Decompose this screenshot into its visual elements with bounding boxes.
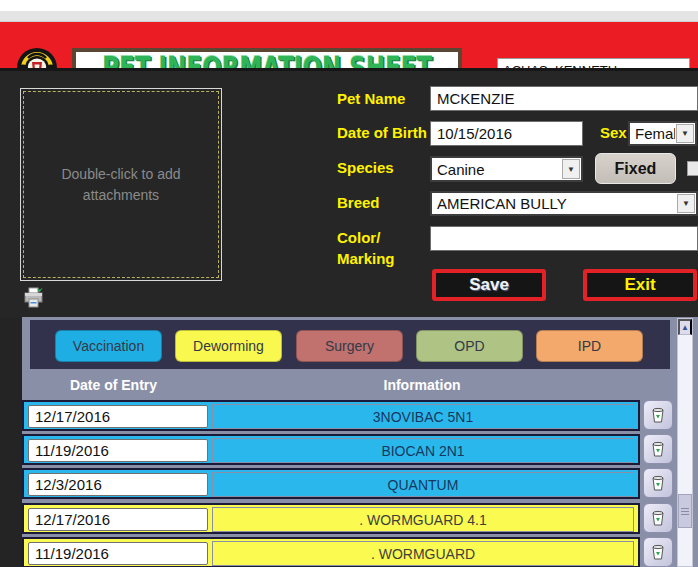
exit-button[interactable]: Exit (583, 269, 697, 301)
species-select[interactable]: Canine ▼ (430, 156, 583, 182)
pet-information-sheet-window: PET INFORMATION SHEET Double-click to ad… (0, 0, 698, 567)
window-chrome-bar (0, 11, 698, 22)
record-info-cell[interactable]: . WORMGUARD 4.1 (212, 507, 634, 532)
column-header-date: Date of Entry (22, 377, 205, 397)
color-marking-label: Color/ Marking (337, 227, 409, 269)
sex-select[interactable]: Female ▼ (628, 121, 697, 146)
trash-icon (650, 474, 666, 492)
record-date-input[interactable] (28, 542, 208, 565)
species-label: Species (337, 159, 394, 176)
delete-record-button[interactable] (643, 537, 673, 567)
dob-input[interactable] (430, 121, 583, 146)
trash-icon (650, 509, 666, 527)
breed-select[interactable]: AMERICAN BULLY ▼ (430, 191, 698, 216)
record-date-input[interactable] (28, 473, 208, 496)
column-header-info: Information (210, 377, 634, 397)
tab-ipd[interactable]: IPD (536, 330, 643, 362)
record-date-input[interactable] (28, 405, 208, 428)
record-row: BIOCAN 2N1 (22, 434, 640, 465)
pet-name-label: Pet Name (337, 90, 405, 107)
scroll-up-arrow-icon[interactable]: ▲ (678, 319, 692, 335)
chevron-down-icon[interactable]: ▼ (677, 194, 695, 213)
fixed-button[interactable]: Fixed (595, 153, 676, 184)
record-row: 3NOVIBAC 5N1 (22, 400, 640, 431)
attachment-dropzone[interactable]: Double-click to add attachments (20, 88, 222, 281)
dob-label: Date of Birth (337, 124, 427, 141)
sex-selected-value: Female (630, 125, 675, 142)
trash-icon (650, 440, 666, 458)
attachment-dropzone-border: Double-click to add attachments (23, 91, 219, 278)
window-top-strip (0, 0, 698, 11)
attachment-placeholder: Double-click to add attachments (46, 164, 196, 205)
tab-deworming[interactable]: Deworming (175, 330, 282, 362)
thumb-grip (681, 511, 689, 512)
tab-opd[interactable]: OPD (416, 330, 523, 362)
delete-record-button[interactable] (643, 468, 673, 498)
record-row: . WORMGUARD 4.1 (22, 503, 640, 534)
record-row: QUANTUM (22, 468, 640, 499)
species-selected-value: Canine (432, 161, 561, 178)
fixed-checkbox[interactable] (687, 161, 698, 176)
record-info-cell[interactable]: . WORMGUARD (212, 541, 634, 566)
record-row: . WORMGUARD (22, 537, 640, 567)
delete-record-button[interactable] (643, 503, 673, 533)
scrollbar-thumb[interactable] (678, 494, 692, 528)
save-button[interactable]: Save (432, 269, 546, 301)
records-scrollbar[interactable]: ▲ (677, 318, 693, 567)
chevron-down-icon[interactable]: ▼ (676, 124, 694, 143)
record-info-cell[interactable]: BIOCAN 2N1 (212, 438, 634, 463)
sex-label: Sex (600, 124, 627, 141)
record-date-input[interactable] (28, 439, 208, 462)
breed-selected-value: AMERICAN BULLY (432, 195, 676, 212)
color-marking-input[interactable] (430, 226, 698, 251)
record-info-cell[interactable]: QUANTUM (212, 472, 634, 497)
thumb-grip (681, 514, 689, 515)
record-date-input[interactable] (28, 508, 208, 531)
delete-record-button[interactable] (643, 400, 673, 430)
tab-vaccination[interactable]: Vaccination (55, 330, 162, 362)
thumb-grip (681, 508, 689, 509)
delete-record-button[interactable] (643, 434, 673, 464)
record-info-cell[interactable]: 3NOVIBAC 5N1 (212, 404, 634, 429)
print-icon[interactable] (22, 286, 46, 310)
trash-icon (650, 543, 666, 561)
header-banner: PET INFORMATION SHEET (0, 22, 698, 68)
tab-surgery[interactable]: Surgery (296, 330, 403, 362)
pet-name-input[interactable] (430, 86, 698, 111)
breed-label: Breed (337, 194, 380, 211)
chevron-down-icon[interactable]: ▼ (562, 159, 580, 179)
trash-icon (650, 406, 666, 424)
